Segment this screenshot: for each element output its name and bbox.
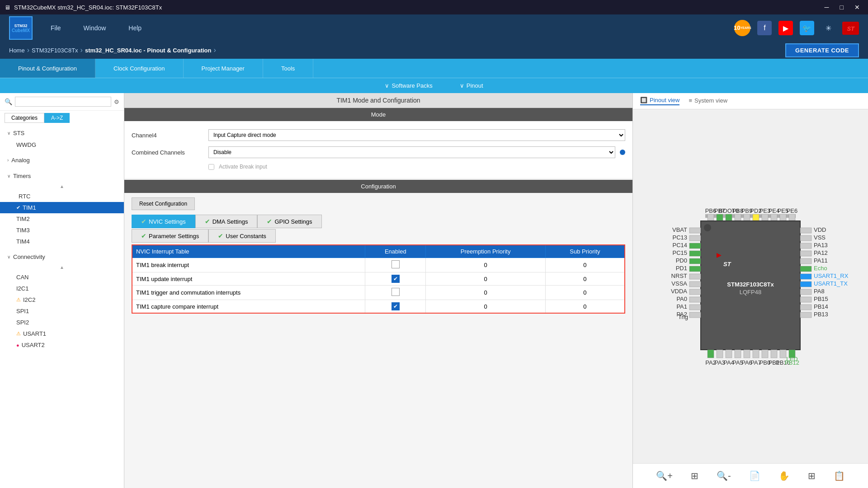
svg-text:PB15: PB15 bbox=[814, 296, 828, 302]
generate-code-button[interactable]: GENERATE CODE bbox=[785, 43, 859, 57]
breadcrumb-project[interactable]: stm32_HC_SR04.ioc - Pinout & Configurati… bbox=[85, 47, 212, 54]
svg-rect-57 bbox=[800, 258, 811, 264]
sidebar-item-tim4[interactable]: TIM4 bbox=[0, 236, 124, 247]
sidebar-item-i2c2[interactable]: ⚠ I2C2 bbox=[0, 294, 124, 305]
svg-rect-6 bbox=[744, 214, 750, 221]
youtube-icon[interactable]: ▶ bbox=[778, 21, 793, 35]
svg-text:PB13: PB13 bbox=[814, 311, 828, 318]
svg-text:PC14: PC14 bbox=[672, 242, 687, 249]
sidebar-item-spi1[interactable]: SPI1 bbox=[0, 305, 124, 317]
sidebar-item-tim1[interactable]: ✔ TIM1 bbox=[0, 202, 124, 213]
panel-title: TIM1 Mode and Configuration bbox=[124, 93, 632, 108]
svg-rect-3 bbox=[717, 214, 723, 221]
window-title: STM32CubeMX stm32_HC_SR04.ioc: STM32F103… bbox=[14, 4, 162, 11]
move-icon[interactable]: ✋ bbox=[776, 468, 792, 483]
menu-items: File Window Help bbox=[51, 24, 142, 32]
nvic-row-3: TIM1 capture compare interrupt✔00 bbox=[132, 300, 625, 314]
settings-icon[interactable]: ⚙ bbox=[114, 99, 119, 105]
network-icon[interactable]: ✳ bbox=[821, 21, 835, 35]
svg-text:USART1_TX: USART1_TX bbox=[814, 280, 848, 287]
svg-text:PA13: PA13 bbox=[814, 242, 828, 249]
close-button[interactable]: ✕ bbox=[851, 3, 863, 12]
sidebar-item-can[interactable]: CAN bbox=[0, 272, 124, 283]
maximize-button[interactable]: □ bbox=[836, 3, 847, 12]
config-tab-user-constants[interactable]: ✔ User Constants bbox=[208, 229, 276, 243]
breadcrumb-chip[interactable]: STM32F103C8Tx bbox=[32, 47, 78, 54]
tab-project-manager[interactable]: Project Manager bbox=[184, 59, 263, 78]
param-check-icon: ✔ bbox=[141, 232, 146, 239]
sidebar-item-usart2[interactable]: ● USART2 bbox=[0, 339, 124, 351]
menu-help[interactable]: Help bbox=[128, 24, 142, 32]
filter-categories[interactable]: Categories bbox=[5, 113, 44, 123]
config-tab-nvic[interactable]: ✔ NVIC Settings bbox=[132, 215, 195, 228]
pinout-view-tab[interactable]: 🔲 Pinout view bbox=[640, 97, 679, 105]
nvic-enabled-3[interactable]: ✔ bbox=[365, 300, 426, 314]
break-input-checkbox[interactable] bbox=[208, 164, 214, 170]
svg-text:NRST: NRST bbox=[671, 272, 687, 279]
zoom-in-icon[interactable]: 🔍+ bbox=[654, 468, 675, 483]
tab-clock-configuration[interactable]: Clock Configuration bbox=[95, 59, 183, 78]
svg-text:PA0: PA0 bbox=[676, 296, 687, 302]
reset-configuration-button[interactable]: Reset Configuration bbox=[132, 197, 195, 210]
breadcrumb-home[interactable]: Home bbox=[9, 47, 25, 54]
layers-icon[interactable]: 📄 bbox=[747, 468, 763, 483]
facebook-icon[interactable]: f bbox=[757, 21, 772, 35]
zoom-out-icon[interactable]: 🔍- bbox=[714, 468, 733, 483]
sidebar-item-tim2[interactable]: TIM2 bbox=[0, 213, 124, 225]
sidebar: 🔍 ⚙ Categories A->Z ∨ STS WWDG › Analog bbox=[0, 93, 124, 488]
sidebar-item-tim3[interactable]: TIM3 bbox=[0, 225, 124, 236]
nvic-enabled-1[interactable]: ✔ bbox=[365, 272, 426, 286]
svg-text:Echo: Echo bbox=[814, 265, 827, 272]
svg-text:PC15: PC15 bbox=[672, 249, 687, 256]
tab-pinout-configuration[interactable]: Pinout & Configuration bbox=[0, 59, 95, 78]
fit-screen-icon[interactable]: ⊞ bbox=[689, 468, 701, 483]
export-icon[interactable]: 📋 bbox=[831, 468, 847, 483]
config-tab-parameter[interactable]: ✔ Parameter Settings bbox=[132, 229, 208, 243]
search-input[interactable] bbox=[15, 97, 111, 107]
sidebar-item-rtc[interactable]: RTC bbox=[0, 191, 124, 202]
sidebar-category-timers[interactable]: ∨ Timers bbox=[0, 170, 124, 182]
nvic-enabled-0[interactable] bbox=[365, 258, 426, 272]
sidebar-category-sts[interactable]: ∨ STS bbox=[0, 127, 124, 139]
software-packs-toggle[interactable]: ∨ Software Packs bbox=[385, 82, 432, 89]
grid-icon[interactable]: ⊞ bbox=[806, 468, 818, 483]
tab-tools[interactable]: Tools bbox=[263, 59, 313, 78]
menu-window[interactable]: Window bbox=[84, 24, 106, 32]
filter-az[interactable]: A->Z bbox=[44, 113, 70, 123]
combined-channels-select[interactable]: Disable bbox=[208, 146, 615, 158]
logo-area: STM32 CubeMX bbox=[9, 16, 33, 40]
channel4-select[interactable]: Input Capture direct mode bbox=[208, 129, 625, 141]
svg-text:PA11: PA11 bbox=[814, 257, 828, 264]
user-const-check-icon: ✔ bbox=[218, 232, 223, 239]
nvic-row-2: TIM1 trigger and commutation interrupts0… bbox=[132, 286, 625, 300]
svg-text:VDD: VDD bbox=[814, 226, 826, 233]
minimize-button[interactable]: ─ bbox=[821, 3, 833, 12]
svg-rect-82 bbox=[753, 350, 759, 358]
twitter-icon[interactable]: 🐦 bbox=[800, 21, 814, 35]
config-section: Reset Configuration ✔ NVIC Settings ✔ DM… bbox=[124, 193, 632, 318]
nvic-interrupt-name-2: TIM1 trigger and commutation interrupts bbox=[132, 286, 365, 300]
nvic-preemption-1: 0 bbox=[426, 272, 545, 286]
sidebar-category-connectivity[interactable]: ∨ Connectivity bbox=[0, 251, 124, 263]
nvic-interrupt-name-3: TIM1 capture compare interrupt bbox=[132, 300, 365, 314]
svg-text:VBAT: VBAT bbox=[672, 226, 687, 233]
sidebar-item-spi2[interactable]: SPI2 bbox=[0, 317, 124, 328]
config-tabs-row1: ✔ NVIC Settings ✔ DMA Settings ✔ GPIO Se… bbox=[132, 215, 625, 228]
config-tab-dma[interactable]: ✔ DMA Settings bbox=[195, 215, 258, 228]
sidebar-item-usart1[interactable]: ⚠ USART1 bbox=[0, 328, 124, 339]
menu-file[interactable]: File bbox=[51, 24, 61, 32]
sidebar-category-analog[interactable]: › Analog bbox=[0, 154, 124, 166]
nvic-enabled-2[interactable] bbox=[365, 286, 426, 300]
svg-rect-39 bbox=[689, 312, 701, 318]
title-bar-controls: ─ □ ✕ bbox=[821, 3, 863, 12]
sidebar-item-wwdg[interactable]: WWDG bbox=[0, 139, 124, 150]
config-tab-gpio[interactable]: ✔ GPIO Settings bbox=[257, 215, 321, 228]
svg-rect-2 bbox=[708, 214, 714, 221]
system-view-tab[interactable]: ≡ System view bbox=[689, 97, 727, 105]
sidebar-item-i2c1[interactable]: I2C1 bbox=[0, 283, 124, 294]
svg-rect-80 bbox=[735, 350, 741, 358]
menu-bar-right: 10 YEARS f ▶ 🐦 ✳ ST bbox=[734, 20, 859, 36]
title-bar-left: 🖥 STM32CubeMX stm32_HC_SR04.ioc: STM32F1… bbox=[5, 4, 162, 11]
pinout-toggle[interactable]: ∨ Pinout bbox=[460, 82, 483, 89]
svg-text:STM32F103C8Tx: STM32F103C8Tx bbox=[727, 281, 774, 288]
